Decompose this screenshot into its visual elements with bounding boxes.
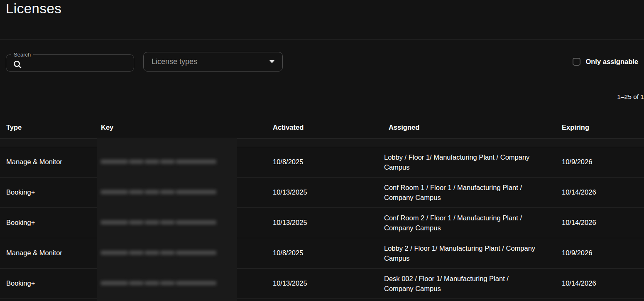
license-type-cell: Booking+ — [0, 207, 101, 238]
only-assignable-label[interactable]: Only assignable — [585, 58, 638, 66]
assigned-location-cell: Lobby 2 / Floor 1/ Manufacturing Plant /… — [383, 238, 562, 268]
license-types-select-label: License types — [152, 57, 197, 66]
expiring-date-cell: 10/14/2026 — [562, 207, 644, 238]
assigned-location-text: Conf Room 1 / Floor 1 / Manufacturing Pl… — [383, 183, 537, 202]
redacted-license-key: xxxxxxxx-xxxx-xxxx-xxxx-xxxxxxxxxxxx — [101, 279, 238, 286]
activated-date-cell: 10/13/2025 — [273, 268, 383, 299]
redacted-license-key: xxxxxxxx-xxxx-xxxx-xxxx-xxxxxxxxxxxx — [101, 218, 238, 225]
column-header-key: Key — [101, 116, 273, 138]
license-type-cell: Manage & Monitor — [0, 238, 101, 268]
assigned-location-text: Lobby / Floor 1/ Manufacturing Plant / C… — [383, 152, 537, 172]
page-title: Licenses — [6, 1, 61, 17]
license-types-select[interactable]: License types — [143, 52, 283, 72]
search-field-inner — [6, 57, 134, 71]
activated-date-cell: 10/8/2025 — [273, 147, 383, 177]
search-input[interactable] — [27, 61, 130, 68]
column-header-expiring: Expiring — [562, 116, 644, 138]
expiring-date-cell: 10/14/2026 — [562, 268, 644, 299]
assigned-location-cell: Conf Room 1 / Floor 1 / Manufacturing Pl… — [383, 177, 562, 207]
search-icon — [12, 59, 22, 69]
license-type-cell: Booking+ — [0, 177, 101, 207]
filter-bar: Search License types Only assignable — [6, 52, 638, 72]
expiring-date-cell: 10/9/2026 — [562, 147, 644, 177]
assigned-location-cell: Conf Room 2 / Floor 1 / Manufacturing Pl… — [383, 207, 562, 238]
assigned-location-text: Lobby 2 / Floor 1/ Manufacturing Plant /… — [383, 243, 537, 263]
header-divider — [0, 39, 644, 40]
assigned-location-text: Conf Room 2 / Floor 1 / Manufacturing Pl… — [383, 213, 537, 233]
column-header-type: Type — [0, 116, 101, 138]
expiring-date-cell: 10/9/2026 — [562, 238, 644, 268]
activated-date-cell: 10/8/2025 — [273, 238, 383, 268]
search-field: Search — [6, 52, 134, 72]
caret-down-icon — [269, 60, 274, 63]
redacted-license-key: xxxxxxxx-xxxx-xxxx-xxxx-xxxxxxxxxxxx — [101, 249, 238, 256]
licenses-page: Licenses Search License types Only assig… — [0, 0, 644, 301]
table-header-row: Type Key Activated Assigned Expiring — [0, 116, 644, 138]
column-header-assigned: Assigned — [383, 116, 562, 138]
only-assignable-control[interactable]: Only assignable — [573, 58, 638, 66]
assigned-location-cell: Lobby / Floor 1/ Manufacturing Plant / C… — [383, 147, 562, 177]
assigned-location-text: Desk 002 / Floor 1/ Manufacturing Plant … — [383, 274, 537, 294]
redacted-license-key: xxxxxxxx-xxxx-xxxx-xxxx-xxxxxxxxxxxx — [101, 188, 238, 195]
license-type-cell: Manage & Monitor — [0, 147, 101, 177]
activated-date-cell: 10/13/2025 — [273, 207, 383, 238]
column-header-activated: Activated — [273, 116, 383, 138]
redacted-license-key: xxxxxxxx-xxxx-xxxx-xxxx-xxxxxxxxxxxx — [101, 158, 238, 165]
search-field-label: Search — [11, 52, 33, 57]
activated-date-cell: 10/13/2025 — [273, 177, 383, 207]
license-type-cell: Booking+ — [0, 268, 101, 299]
pagination-range: 1–25 of 1 — [617, 93, 644, 101]
licenses-table-wrap: Type Key Activated Assigned Expiring Man… — [0, 116, 644, 301]
expiring-date-cell: 10/14/2026 — [562, 177, 644, 207]
only-assignable-checkbox[interactable] — [573, 58, 580, 66]
assigned-location-cell: Desk 002 / Floor 1/ Manufacturing Plant … — [383, 268, 562, 299]
